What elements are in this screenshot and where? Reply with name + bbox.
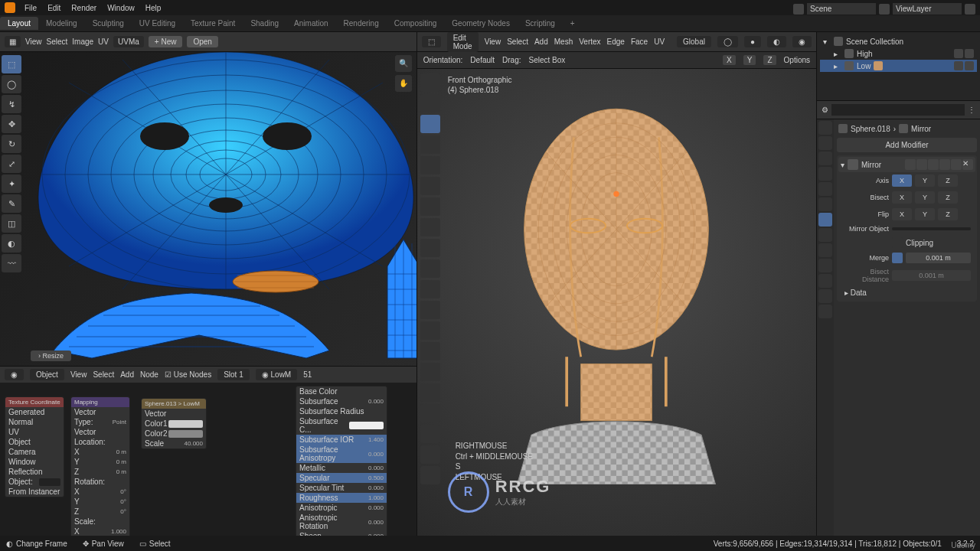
vp-tool-extrude[interactable] — [420, 259, 440, 278]
tab-layout[interactable]: Layout — [0, 17, 38, 30]
node-field[interactable]: Specular0.500 — [296, 473, 387, 483]
modifier-header[interactable]: ▾ Mirror ✕ — [838, 157, 975, 172]
outliner-item-high[interactable]: ▸ High — [820, 47, 977, 60]
node-field[interactable]: Scale40.000 — [142, 439, 206, 448]
node-slot-dropdown[interactable]: Slot 1 — [217, 369, 250, 380]
prop-tab-constraints[interactable] — [818, 259, 832, 272]
bisect-y-button[interactable]: Y — [915, 191, 935, 204]
visibility-toggle[interactable] — [954, 61, 963, 70]
vp-menu-add[interactable]: Add — [534, 37, 548, 46]
menu-render[interactable]: Render — [67, 2, 101, 14]
node-checkbox[interactable]: From Instancer — [5, 487, 64, 497]
tab-scripting[interactable]: Scripting — [518, 17, 563, 30]
menu-help[interactable]: Help — [141, 2, 166, 14]
vp-tool-scale[interactable] — [420, 156, 440, 174]
uv-menu-image[interactable]: Image — [72, 37, 93, 46]
uv-editor-type-dropdown[interactable]: ▦ — [5, 36, 21, 47]
vp-menu-mesh[interactable]: Mesh — [554, 37, 573, 46]
vp-tool-cursor[interactable] — [420, 94, 440, 112]
node-editor-viewport[interactable]: Texture Coordinate Generated Normal UV O… — [0, 383, 416, 536]
node-field[interactable]: Anisotropic0.000 — [296, 503, 387, 513]
uv-island-face[interactable] — [31, 52, 416, 297]
node-field[interactable]: Subsurface Radius — [296, 406, 387, 416]
tab-rendering[interactable]: Rendering — [336, 17, 387, 30]
uv-new-button[interactable]: + New — [149, 36, 183, 47]
vp-tool-polybuild[interactable] — [420, 363, 440, 381]
vp-menu-select[interactable]: Select — [507, 37, 528, 46]
node-field[interactable]: Type:Point — [71, 417, 129, 427]
props-filter-icon[interactable]: ⋮ — [968, 106, 975, 114]
orientation2-dropdown[interactable]: Default — [470, 56, 495, 64]
drag-dropdown[interactable]: Select Box — [528, 56, 565, 64]
prop-tab-material[interactable] — [818, 289, 832, 303]
uv-tool-rotate[interactable]: ↻ — [2, 135, 21, 153]
node-mode-dropdown[interactable]: Object — [30, 369, 64, 380]
merge-checkbox[interactable] — [892, 253, 903, 263]
prop-tab-viewlayer[interactable] — [818, 152, 832, 165]
prop-tab-particles[interactable] — [818, 228, 832, 242]
mod-toggle-viewport[interactable] — [928, 159, 939, 170]
tab-shading[interactable]: Shading — [243, 17, 286, 30]
node-field[interactable]: Roughness1.000 — [296, 493, 387, 503]
modifier-data-section[interactable]: ▸ Data — [838, 285, 975, 300]
node-field[interactable]: Subsurface0.000 — [296, 396, 387, 406]
vp-tool-bevel[interactable] — [420, 301, 440, 319]
node-texture-coordinate[interactable]: Texture Coordinate Generated Normal UV O… — [5, 396, 64, 497]
uv-tool-annotate[interactable]: ✎ — [2, 194, 21, 213]
viewport-type-dropdown[interactable]: ⬚ — [422, 36, 441, 47]
use-nodes-checkbox[interactable]: ☑ Use Nodes — [165, 370, 211, 379]
tab-modeling[interactable]: Modeling — [38, 17, 85, 30]
vp-tool-addcube[interactable] — [420, 239, 440, 257]
node-field[interactable]: X0 m — [71, 447, 129, 457]
node-checker-texture[interactable]: Sphere.013 > LowM Vector Color1 Color2 S… — [141, 398, 207, 449]
uv-sync-dropdown[interactable]: UVMa — [113, 36, 144, 47]
vp-tool-spin[interactable] — [420, 383, 440, 402]
axis-z-toggle[interactable]: Z — [763, 55, 776, 65]
uv-tool-pinch[interactable]: 〰 — [2, 254, 21, 272]
uv-menu-uv[interactable]: UV — [98, 37, 109, 46]
vp-menu-view[interactable]: View — [485, 37, 501, 46]
prop-tab-render[interactable] — [818, 121, 832, 135]
node-field[interactable]: Color2 — [142, 429, 206, 439]
prop-tab-output[interactable] — [818, 136, 832, 150]
3d-viewport[interactable]: Front Orthographic (4) Sphere.018 — [417, 69, 816, 536]
uv-menu-select[interactable]: Select — [47, 37, 68, 46]
prop-tab-modifier[interactable] — [818, 213, 832, 227]
node-field[interactable]: Subsurface C... — [296, 416, 387, 435]
axis-y-toggle[interactable]: Y — [743, 55, 756, 65]
mod-extras-icon[interactable] — [951, 159, 962, 170]
node-field[interactable]: X1.000 — [71, 527, 129, 536]
uv-operator-resize[interactable]: › Resize — [31, 350, 71, 361]
node-field[interactable]: Color1 — [142, 419, 206, 429]
tab-animation[interactable]: Animation — [286, 17, 335, 30]
uv-tool-scale[interactable]: ⤢ — [2, 155, 21, 173]
outliner[interactable]: ▾ Scene Collection ▸ High ▸ Low — [817, 32, 980, 101]
node-mapping[interactable]: Mapping Vector Type:Point Vector Locatio… — [70, 396, 130, 536]
tab-sculpting[interactable]: Sculpting — [85, 17, 132, 30]
options-dropdown[interactable]: Options — [784, 56, 810, 64]
node-field[interactable]: Metallic0.000 — [296, 463, 387, 473]
mod-toggle-edit[interactable] — [905, 159, 916, 170]
props-search-input[interactable] — [831, 104, 965, 116]
shading-solid-icon[interactable]: ● — [744, 36, 761, 47]
node-field[interactable]: Base Color — [296, 386, 387, 396]
axis-y-button[interactable]: Y — [915, 174, 935, 187]
node-field[interactable]: Z0° — [71, 507, 129, 517]
vp-tool-shrink[interactable] — [420, 445, 440, 464]
axis-x-toggle[interactable]: X — [723, 55, 736, 65]
node-menu-view[interactable]: View — [70, 370, 87, 379]
filter-icon[interactable] — [965, 4, 975, 15]
prop-tab-physics[interactable] — [818, 243, 832, 257]
uv-menu-view[interactable]: View — [25, 37, 42, 46]
vp-menu-face[interactable]: Face — [631, 37, 648, 46]
mirror-clipping-row[interactable]: Clipping — [838, 235, 975, 250]
tab-texture-paint[interactable]: Texture Paint — [183, 17, 243, 30]
menu-window[interactable]: Window — [103, 2, 139, 14]
vp-tool-annotate[interactable] — [420, 197, 440, 216]
uv-tool-move[interactable]: ✥ — [2, 115, 21, 133]
uv-tool-rip[interactable]: ◐ — [2, 234, 21, 253]
orientation-dropdown[interactable]: Global — [677, 36, 711, 47]
shading-wireframe-icon[interactable]: ◯ — [717, 36, 738, 47]
node-menu-node[interactable]: Node — [140, 370, 158, 379]
uv-island-lip[interactable] — [230, 266, 322, 297]
